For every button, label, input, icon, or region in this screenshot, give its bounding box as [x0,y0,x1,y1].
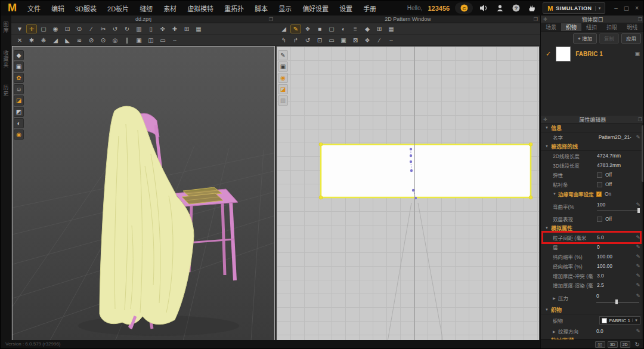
grid-icon[interactable]: ⊞ [181,24,192,33]
tab-button[interactable]: 纽扣 [581,23,602,31]
curvature-slider[interactable] [597,211,640,211]
gesture-button[interactable] [527,3,537,14]
press-2d-icon[interactable]: ▭ [326,36,337,45]
fabric-badge-icon[interactable]: ▣ [634,51,640,57]
field-value[interactable]: 100.00 [597,254,634,260]
pleat-icon[interactable]: ≡ [350,24,361,33]
buttonhole-icon[interactable]: ◎ [110,36,120,45]
fabric-swatch[interactable] [556,47,571,61]
double-layer-checkbox[interactable] [597,217,602,222]
tab-fabric[interactable]: 织物 [561,23,581,31]
edit-pencil-icon[interactable]: ✎ [634,293,640,299]
clipboard-icon[interactable]: ▣ [134,36,144,45]
coin-button[interactable]: C [455,2,473,14]
fold-icon[interactable]: ◢ [50,36,61,45]
fabric-fold-icon[interactable]: ◪ [14,95,24,106]
menu-item[interactable]: 显示 [273,1,297,16]
edit-pencil-icon[interactable]: ✎ [634,263,640,269]
menu-item[interactable]: 缝纫 [134,1,158,16]
edit-pencil-icon[interactable]: ✎ [634,134,640,140]
view-3d-button[interactable]: 3D [608,341,618,348]
edit-pattern-icon[interactable]: ✎ [290,24,301,33]
edit-pencil-icon[interactable]: ✎ [634,254,640,260]
guide-line-icon[interactable]: ┄ [386,36,397,45]
popout-icon[interactable]: ❐ [638,117,642,122]
menu-item[interactable]: 偏好设置 [297,1,334,16]
menu-item[interactable]: 设置 [334,1,358,16]
gear-icon[interactable]: ✿ [14,73,24,83]
grid-strong-icon[interactable]: ▦ [193,24,204,33]
menu-item[interactable]: 2D板片 [102,1,134,16]
add-fabric-button[interactable]: + 增加 [573,33,597,44]
globe-display-icon[interactable]: ◉ [14,129,24,140]
tape-checkbox[interactable] [597,182,602,187]
polygon-icon[interactable]: ■ [314,24,325,33]
fabric-dropdown[interactable]: FABRIC 1 ▼ [599,316,640,325]
tab-buttonhole[interactable]: 扣眼 [602,23,622,31]
bust-display-icon[interactable]: ◐ [14,118,24,128]
minimize-button[interactable]: – [614,5,618,11]
stitch-icon[interactable]: ⊠ [350,36,361,45]
press-icon[interactable]: ⊘ [86,36,97,45]
popout-icon[interactable]: ❐ [534,16,538,23]
edit-pencil-icon[interactable]: ✎ [634,202,640,208]
avatar-back-icon[interactable]: ✚ [169,24,180,33]
collapsed-panel-tab[interactable]: 收藏夹 [2,50,10,68]
avatar-display-icon[interactable]: ☺ [14,84,24,94]
menu-item[interactable]: 素材 [158,1,182,16]
walk-avatar-icon[interactable]: ✕ [14,36,25,45]
garment-display-icon[interactable]: ▣ [14,61,24,72]
needle-detach-icon[interactable]: ❋ [38,36,49,45]
field-value[interactable]: 2.5 [597,282,634,288]
menu-item[interactable]: 编辑 [46,1,70,16]
collapsed-panel-tab[interactable]: 图库 [2,21,10,33]
collapse-icon[interactable]: ▼ [545,308,551,311]
apply-fabric-button[interactable]: 应用 [621,33,641,44]
section-fabric[interactable]: ▼ 织物 [541,305,644,314]
shirt-pair-icon[interactable]: ▥ [134,24,144,33]
ellipse-icon[interactable]: ◐ [338,24,349,33]
collapse-icon[interactable]: ▶ [553,296,558,300]
pin-curve-icon[interactable]: ⊙ [74,24,85,33]
gizmo-move-icon[interactable]: ✛ [26,24,37,33]
sound-button[interactable] [478,3,489,14]
menu-item[interactable]: 3D服装 [70,1,102,16]
steam-icon[interactable]: ≋ [74,36,85,45]
collapsed-panel-tab[interactable]: 历史 [2,85,10,97]
shirt-front-icon[interactable]: ▯ [145,24,156,33]
pin-box-icon[interactable]: ⊡ [62,24,73,33]
fabric-display-icon[interactable]: ◩ [14,107,24,117]
pen-tool-icon[interactable]: ✎ [278,50,288,60]
zipper-icon[interactable]: ∥ [122,36,132,45]
tab-scene[interactable]: 场景 [541,23,561,31]
sewing-tool-icon[interactable]: ∕ [86,24,97,33]
close-button[interactable]: × [635,5,639,11]
panel-scrollbar[interactable] [642,124,644,339]
tab-topstitch[interactable]: 明线 [622,23,642,31]
field-value[interactable]: 3.0 [597,273,634,279]
slider-handle[interactable] [637,208,640,213]
restore-button[interactable]: ▢ [624,5,629,11]
wall-icon[interactable]: ◫ [145,36,156,45]
shirt-muted-icon[interactable]: ▥ [278,95,288,106]
info-icon[interactable]: ◉ [278,73,288,83]
select-box-icon[interactable]: ▢ [38,24,49,33]
copy-fabric-button[interactable]: 复制 [599,33,619,44]
measure-icon[interactable]: ┄ [169,36,180,45]
collapse-icon[interactable]: ▼ [545,126,551,129]
button-icon[interactable]: ⊙ [98,36,109,45]
sewing-free-icon[interactable]: ✂ [98,24,109,33]
avatar-front-icon[interactable]: ✜ [157,24,168,33]
menu-item[interactable]: 手册 [358,1,382,16]
help-button[interactable]: ? [510,3,521,14]
internal-line-icon[interactable]: ∕ [374,36,385,45]
edit-pencil-icon[interactable]: ✎ [634,273,640,279]
dock-pin-icon[interactable]: ✛ [543,17,547,22]
rotate-icon[interactable]: ↺ [302,36,313,45]
seam-icon[interactable]: ↱ [290,36,301,45]
name-value[interactable]: Pattern2D_21· [597,134,634,140]
menu-item[interactable]: 虚拟模特 [182,1,219,16]
clone-icon[interactable]: ⊡ [314,36,325,45]
popout-icon[interactable]: ❐ [269,16,273,23]
texture-icon[interactable]: ❖ [362,36,373,45]
